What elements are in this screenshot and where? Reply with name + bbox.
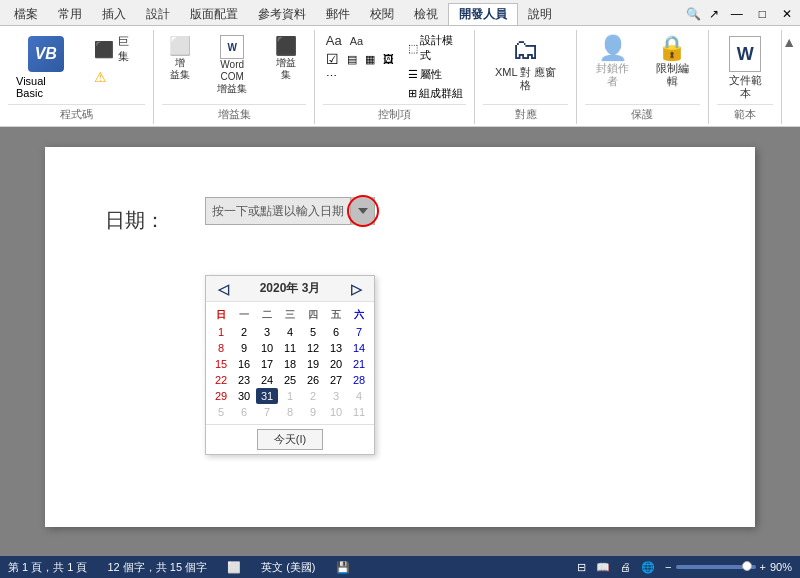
- cal-day[interactable]: 23: [233, 372, 255, 388]
- cal-day[interactable]: 28: [348, 372, 370, 388]
- print-icon[interactable]: 🖨: [620, 561, 631, 573]
- tab-design[interactable]: 設計: [136, 3, 180, 25]
- tab-mailings[interactable]: 郵件: [316, 3, 360, 25]
- cal-day[interactable]: 27: [325, 372, 347, 388]
- cal-day[interactable]: 8: [279, 404, 301, 420]
- macro-button[interactable]: ⬛ 巨集: [88, 32, 146, 66]
- cal-day[interactable]: 1: [210, 324, 232, 340]
- cal-day[interactable]: 10: [325, 404, 347, 420]
- cal-day[interactable]: 4: [279, 324, 301, 340]
- cal-day[interactable]: 8: [210, 340, 232, 356]
- cal-day[interactable]: 3: [256, 324, 278, 340]
- cal-day[interactable]: 16: [233, 356, 255, 372]
- cal-day[interactable]: 4: [348, 388, 370, 404]
- restore-icon[interactable]: □: [755, 7, 770, 21]
- addins-button[interactable]: ⬜ 增益集: [162, 32, 198, 84]
- cal-day[interactable]: 20: [325, 356, 347, 372]
- macro-warning-item[interactable]: ⚠: [88, 67, 146, 87]
- cal-day[interactable]: 2: [302, 388, 324, 404]
- minimize-icon[interactable]: —: [727, 7, 747, 21]
- ribbon-collapse-icon[interactable]: ▲: [782, 34, 796, 50]
- restrict-edit-button[interactable]: 🔒 限制編輯: [644, 32, 700, 92]
- cal-day[interactable]: 2: [233, 324, 255, 340]
- word-com-button[interactable]: W Word COM增益集: [202, 32, 262, 98]
- tab-help[interactable]: 說明: [518, 3, 562, 25]
- date-input-field[interactable]: 按一下或點選以輸入日期: [205, 197, 375, 225]
- calendar-next-button[interactable]: ▷: [347, 281, 366, 297]
- date-label: 日期：: [105, 207, 165, 234]
- cal-day[interactable]: 22: [210, 372, 232, 388]
- close-icon[interactable]: ✕: [778, 7, 796, 21]
- combobox-ctrl[interactable]: ▤: [344, 50, 360, 68]
- web-icon[interactable]: 🌐: [641, 561, 655, 574]
- cal-day[interactable]: 13: [325, 340, 347, 356]
- doc-template-button[interactable]: W 文件範本: [717, 32, 773, 104]
- cal-day[interactable]: 3: [325, 388, 347, 404]
- cal-day[interactable]: 9: [233, 340, 255, 356]
- cal-day[interactable]: 1: [279, 388, 301, 404]
- cal-day[interactable]: 18: [279, 356, 301, 372]
- vba-button[interactable]: VB Visual Basic: [8, 32, 84, 103]
- cal-day[interactable]: 17: [256, 356, 278, 372]
- tab-references[interactable]: 參考資料: [248, 3, 316, 25]
- cal-day[interactable]: 15: [210, 356, 232, 372]
- cal-day[interactable]: 9: [302, 404, 324, 420]
- zoom-slider-thumb[interactable]: [742, 561, 752, 571]
- image-ctrl[interactable]: 🖼: [380, 50, 397, 68]
- today-button[interactable]: 今天(I): [257, 429, 323, 450]
- checkbox-ctrl[interactable]: ☑: [323, 50, 342, 68]
- properties-button[interactable]: ☰ 屬性: [405, 66, 467, 83]
- tab-file[interactable]: 檔案: [4, 3, 48, 25]
- cal-day[interactable]: 24: [256, 372, 278, 388]
- tab-review[interactable]: 校閱: [360, 3, 404, 25]
- cal-day[interactable]: 19: [302, 356, 324, 372]
- seal-label: 封鎖作者: [591, 62, 635, 88]
- search-icon[interactable]: 🔍: [686, 7, 701, 21]
- tab-developer[interactable]: 開發人員: [448, 3, 518, 25]
- date-dropdown-button[interactable]: [350, 197, 374, 225]
- cal-day[interactable]: 7: [348, 324, 370, 340]
- macro-column: ⬛ 巨集 ⚠: [88, 32, 146, 87]
- design-mode-button[interactable]: ⬚ 設計模式: [405, 32, 467, 64]
- group-button[interactable]: ⊞ 組成群組: [405, 85, 467, 102]
- addins2-button[interactable]: ⬛ 增益集: [266, 32, 306, 84]
- cal-day[interactable]: 5: [302, 324, 324, 340]
- save-icon[interactable]: 💾: [336, 561, 350, 574]
- cal-day-today[interactable]: 31: [256, 388, 278, 404]
- cal-day[interactable]: 29: [210, 388, 232, 404]
- cal-day[interactable]: 30: [233, 388, 255, 404]
- cal-day[interactable]: 10: [256, 340, 278, 356]
- tab-layout[interactable]: 版面配置: [180, 3, 248, 25]
- xml-pane-button[interactable]: 🗂 XML 對 應窗格: [483, 32, 567, 96]
- cal-day[interactable]: 11: [279, 340, 301, 356]
- share-icon[interactable]: ↗: [709, 7, 719, 21]
- more-ctrl[interactable]: ⋯: [323, 69, 340, 84]
- cal-day[interactable]: 5: [210, 404, 232, 420]
- tab-home[interactable]: 常用: [48, 3, 92, 25]
- zoom-in-button[interactable]: +: [760, 561, 766, 573]
- zoom-slider-track[interactable]: [676, 565, 756, 569]
- cal-day[interactable]: 11: [348, 404, 370, 420]
- zoom-level: 90%: [770, 561, 792, 573]
- language[interactable]: 英文 (美國): [261, 560, 315, 575]
- aa-button1[interactable]: Aa: [323, 32, 345, 49]
- spelling-icon[interactable]: ⬜: [227, 561, 241, 574]
- tab-view[interactable]: 檢視: [404, 3, 448, 25]
- cal-day[interactable]: 26: [302, 372, 324, 388]
- read-mode-icon[interactable]: 📖: [596, 561, 610, 574]
- listbox-ctrl[interactable]: ▦: [362, 50, 378, 68]
- day-header-tue: 二: [256, 306, 278, 324]
- seal-author-button[interactable]: 👤 封鎖作者: [585, 32, 641, 92]
- focus-icon[interactable]: ⊟: [577, 561, 586, 574]
- cal-day[interactable]: 7: [256, 404, 278, 420]
- aa-button2[interactable]: Aa: [347, 32, 366, 49]
- cal-day[interactable]: 21: [348, 356, 370, 372]
- cal-day[interactable]: 12: [302, 340, 324, 356]
- zoom-out-button[interactable]: −: [665, 561, 671, 573]
- cal-day[interactable]: 14: [348, 340, 370, 356]
- cal-day[interactable]: 6: [233, 404, 255, 420]
- cal-day[interactable]: 6: [325, 324, 347, 340]
- calendar-prev-button[interactable]: ◁: [214, 281, 233, 297]
- tab-insert[interactable]: 插入: [92, 3, 136, 25]
- cal-day[interactable]: 25: [279, 372, 301, 388]
